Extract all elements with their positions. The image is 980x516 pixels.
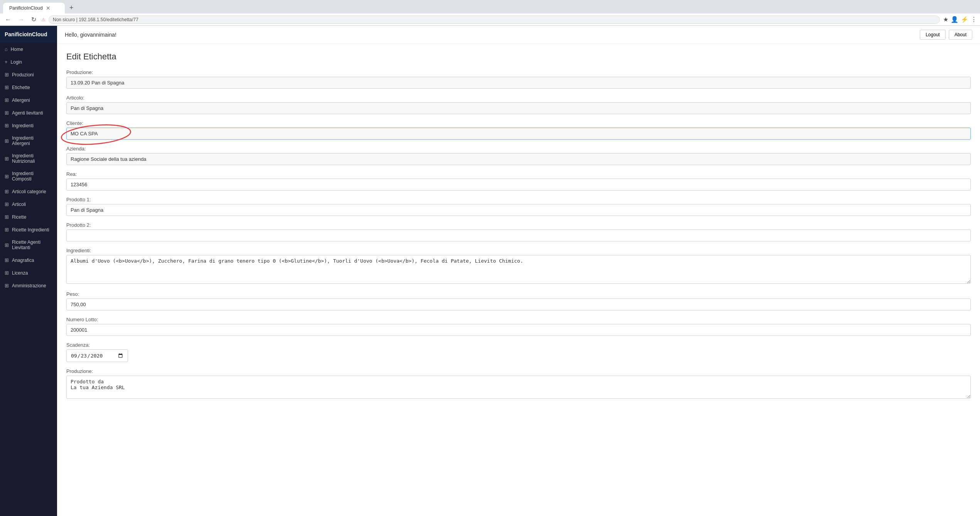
sidebar-item-ingredienti[interactable]: ⊞ Ingredienti bbox=[0, 119, 57, 132]
allergeni-icon: ⊞ bbox=[5, 97, 9, 103]
cliente-wrapper: MO CA SPA bbox=[66, 128, 971, 140]
back-button[interactable]: ← bbox=[3, 15, 13, 24]
home-icon: ⌂ bbox=[5, 46, 8, 52]
extensions-button[interactable]: ⚡ bbox=[961, 16, 968, 23]
forward-button[interactable]: → bbox=[16, 15, 26, 24]
sidebar-item-allergeni[interactable]: ⊞ Allergeni bbox=[0, 94, 57, 106]
logout-button[interactable]: Logout bbox=[920, 30, 946, 40]
cliente-select[interactable]: MO CA SPA bbox=[66, 128, 971, 140]
login-icon: + bbox=[5, 59, 8, 65]
peso-group: Peso: bbox=[66, 291, 971, 310]
url-input[interactable] bbox=[49, 15, 940, 24]
numero-lotto-input[interactable] bbox=[66, 324, 971, 336]
azienda-label: Azienda: bbox=[66, 146, 971, 152]
prodotto1-label: Prodotto 1: bbox=[66, 197, 971, 202]
sidebar: PanificioInCloud ⌂ Home + Login ⊞ Produz… bbox=[0, 26, 57, 516]
sidebar-item-agenti-lievitanti[interactable]: ⊞ Agenti lievitanti bbox=[0, 106, 57, 119]
rea-group: Rea: bbox=[66, 171, 971, 191]
top-bar-actions: Logout About bbox=[920, 30, 972, 40]
tab-title: PanificioInCloud bbox=[9, 5, 43, 11]
ingredienti-label: Ingredienti: bbox=[66, 248, 971, 253]
produzioni-icon: ⊞ bbox=[5, 72, 9, 78]
articoli-icon: ⊞ bbox=[5, 201, 9, 207]
reload-button[interactable]: ↻ bbox=[29, 15, 38, 24]
prodotto2-input[interactable] bbox=[66, 229, 971, 241]
sidebar-item-login[interactable]: + Login bbox=[0, 56, 57, 68]
azienda-group: Azienda: Ragione Sociale della tua azien… bbox=[66, 146, 971, 165]
sidebar-label-agenti-lievitanti: Agenti lievitanti bbox=[12, 110, 43, 116]
articolo-select[interactable]: Pan di Spagna bbox=[66, 102, 971, 114]
ingredienti-textarea[interactable]: Albumi d'Uovo (<b>Uova</b>), Zucchero, F… bbox=[66, 255, 971, 284]
ingredienti-nutrizionali-icon: ⊞ bbox=[5, 156, 9, 162]
app-layout: PanificioInCloud ⌂ Home + Login ⊞ Produz… bbox=[0, 26, 980, 516]
sidebar-label-home: Home bbox=[11, 47, 23, 52]
numero-lotto-label: Numero Lotto: bbox=[66, 317, 971, 322]
agenti-lievitanti-icon: ⊞ bbox=[5, 110, 9, 116]
ricette-agenti-lievitanti-icon: ⊞ bbox=[5, 242, 9, 248]
tab-bar: PanificioInCloud ✕ + bbox=[0, 0, 980, 13]
sidebar-label-ingredienti-nutrizionali: Ingredienti Nutrizionali bbox=[12, 153, 52, 164]
etichette-icon: ⊞ bbox=[5, 84, 9, 90]
sidebar-item-articoli-categorie[interactable]: ⊞ Articoli categorie bbox=[0, 185, 57, 198]
rea-input[interactable] bbox=[66, 179, 971, 191]
browser-actions: ★ 👤 ⚡ ⋮ bbox=[943, 16, 977, 23]
amministrazione-icon: ⊞ bbox=[5, 283, 9, 288]
produzione2-group: Produzione: Prodotto da La tua Azienda S… bbox=[66, 368, 971, 400]
articolo-group: Articolo: Pan di Spagna bbox=[66, 95, 971, 114]
bookmark-button[interactable]: ★ bbox=[943, 16, 948, 23]
sidebar-label-produzioni: Produzioni bbox=[12, 72, 34, 78]
page-title: Edit Etichetta bbox=[66, 52, 971, 62]
sidebar-label-anagrafica: Anagrafica bbox=[12, 258, 34, 263]
tab-close-button[interactable]: ✕ bbox=[46, 5, 51, 11]
articolo-label: Articolo: bbox=[66, 95, 971, 101]
produzione-label: Produzione: bbox=[66, 69, 971, 75]
produzione-select[interactable]: 13.09.20 Pan di Spagna bbox=[66, 77, 971, 89]
main-content: Hello, giovannimaina! Logout About Edit … bbox=[57, 26, 980, 516]
sidebar-item-ingredienti-composti[interactable]: ⊞ Ingredienti Composti bbox=[0, 167, 57, 185]
peso-label: Peso: bbox=[66, 291, 971, 297]
greeting-text: Hello, giovannimaina! bbox=[65, 32, 116, 38]
anagrafica-icon: ⊞ bbox=[5, 257, 9, 263]
produzione-group: Produzione: 13.09.20 Pan di Spagna bbox=[66, 69, 971, 89]
sidebar-label-articoli: Articoli bbox=[12, 202, 26, 207]
sidebar-item-ingredienti-nutrizionali[interactable]: ⊞ Ingredienti Nutrizionali bbox=[0, 150, 57, 167]
sidebar-label-licenza: Licenza bbox=[12, 270, 28, 276]
peso-input[interactable] bbox=[66, 298, 971, 310]
ingredienti-composti-icon: ⊞ bbox=[5, 174, 9, 179]
sidebar-label-amministrazione: Amministrazione bbox=[12, 283, 46, 288]
sidebar-item-home[interactable]: ⌂ Home bbox=[0, 43, 57, 56]
about-button[interactable]: About bbox=[949, 30, 972, 40]
prodotto1-input[interactable] bbox=[66, 204, 971, 216]
security-icon: ⚠ bbox=[41, 17, 45, 22]
sidebar-label-ricette-ingredienti: Ricette Ingredienti bbox=[12, 227, 49, 233]
sidebar-item-ricette-ingredienti[interactable]: ⊞ Ricette Ingredienti bbox=[0, 223, 57, 236]
ricette-ingredienti-icon: ⊞ bbox=[5, 227, 9, 233]
settings-button[interactable]: ⋮ bbox=[971, 16, 977, 23]
scadenza-input[interactable] bbox=[66, 349, 128, 362]
active-tab[interactable]: PanificioInCloud ✕ bbox=[3, 3, 65, 13]
sidebar-item-articoli[interactable]: ⊞ Articoli bbox=[0, 198, 57, 211]
sidebar-item-ricette-agenti-lievitanti[interactable]: ⊞ Ricette Agenti Lievitanti bbox=[0, 236, 57, 254]
sidebar-item-amministrazione[interactable]: ⊞ Amministrazione bbox=[0, 279, 57, 292]
numero-lotto-group: Numero Lotto: bbox=[66, 317, 971, 336]
prodotto1-group: Prodotto 1: bbox=[66, 197, 971, 216]
sidebar-item-produzioni[interactable]: ⊞ Produzioni bbox=[0, 68, 57, 81]
produzione2-textarea[interactable]: Prodotto da La tua Azienda SRL bbox=[66, 376, 971, 399]
sidebar-label-ricette-agenti-lievitanti: Ricette Agenti Lievitanti bbox=[12, 239, 52, 250]
sidebar-label-ingredienti: Ingredienti bbox=[12, 123, 34, 128]
sidebar-label-allergeni: Allergeni bbox=[12, 98, 30, 103]
browser-chrome: PanificioInCloud ✕ + ← → ↻ ⚠ ★ 👤 ⚡ ⋮ bbox=[0, 0, 980, 26]
profile-button[interactable]: 👤 bbox=[951, 16, 958, 23]
address-bar: ← → ↻ ⚠ ★ 👤 ⚡ ⋮ bbox=[0, 13, 980, 26]
sidebar-label-ingredienti-composti: Ingredienti Composti bbox=[12, 171, 52, 182]
azienda-select[interactable]: Ragione Sociale della tua azienda bbox=[66, 153, 971, 165]
sidebar-item-ingredienti-allergeni[interactable]: ⊞ Ingredienti Allergeni bbox=[0, 132, 57, 150]
sidebar-item-anagrafica[interactable]: ⊞ Anagrafica bbox=[0, 254, 57, 266]
sidebar-item-ricette[interactable]: ⊞ Ricette bbox=[0, 211, 57, 223]
cliente-group: Cliente: MO CA SPA bbox=[66, 120, 971, 140]
sidebar-item-etichette[interactable]: ⊞ Etichette bbox=[0, 81, 57, 94]
sidebar-label-etichette: Etichette bbox=[12, 85, 30, 90]
ingredienti-group: Ingredienti: Albumi d'Uovo (<b>Uova</b>)… bbox=[66, 248, 971, 285]
sidebar-item-licenza[interactable]: ⊞ Licenza bbox=[0, 266, 57, 279]
new-tab-button[interactable]: + bbox=[66, 2, 77, 13]
